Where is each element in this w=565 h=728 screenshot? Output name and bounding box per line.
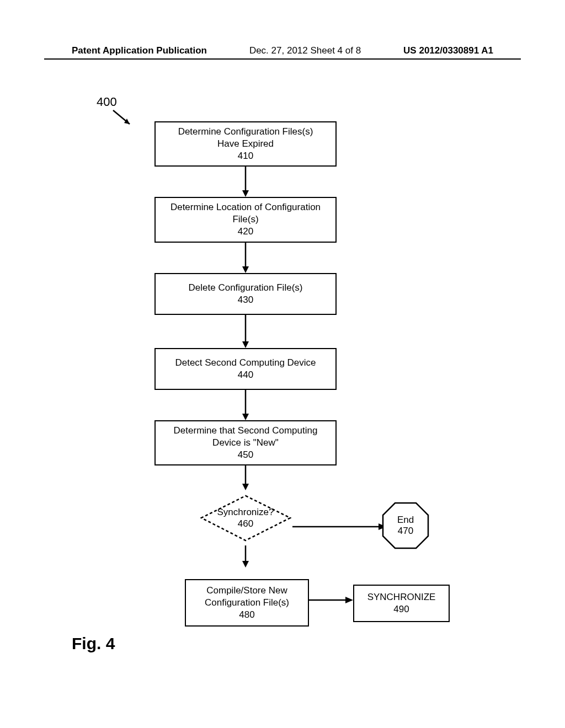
decision-460: Synchronize? 460: [154, 490, 337, 545]
box-480-num: 480: [189, 609, 305, 621]
box-430-num: 430: [160, 294, 331, 306]
svg-marker-9: [242, 414, 249, 420]
arrow-460-470: [292, 521, 386, 534]
box-490-num: 490: [358, 603, 445, 615]
terminator-end: End 470: [381, 501, 430, 550]
header-date-sheet: Dec. 27, 2012 Sheet 4 of 8: [249, 45, 361, 56]
box-450-line1: Determine that Second Computing: [160, 425, 331, 437]
arrow-430-440: [154, 315, 337, 348]
header-pub-number: US 2012/0330891 A1: [403, 45, 493, 56]
box-440-line1: Detect Second Computing Device: [160, 357, 331, 369]
header-rule: [44, 58, 521, 60]
decision-460-text: Synchronize?: [207, 507, 284, 518]
pointer-arrow: [110, 108, 138, 137]
box-410-line1: Determine Configuration Files(s): [160, 126, 331, 138]
box-410-num: 410: [160, 150, 331, 162]
arrow-420-430: [154, 243, 337, 273]
svg-marker-3: [242, 190, 249, 197]
arrow-410-420: [154, 167, 337, 197]
svg-marker-14: [242, 561, 249, 568]
svg-marker-5: [242, 266, 249, 273]
box-450-line2: Device is "New": [160, 437, 331, 449]
arrow-440-450: [154, 390, 337, 420]
box-480-line2: Configuration File(s): [189, 597, 305, 609]
box-410: Determine Configuration Files(s) Have Ex…: [154, 121, 337, 167]
svg-marker-19: [345, 597, 353, 603]
svg-marker-11: [242, 484, 249, 490]
box-440-num: 440: [160, 369, 331, 381]
arrow-460-480: [154, 545, 337, 568]
box-490-line1: SYNCHRONIZE: [358, 591, 445, 603]
box-490: SYNCHRONIZE 490: [353, 585, 450, 622]
box-420: Determine Location of Configuration File…: [154, 197, 337, 242]
box-430: Delete Configuration File(s) 430: [154, 273, 337, 315]
arrow-450-460: [154, 465, 337, 490]
flowchart: Determine Configuration Files(s) Have Ex…: [154, 121, 337, 568]
box-430-line1: Delete Configuration File(s): [160, 282, 331, 294]
end-text: End: [397, 515, 414, 526]
box-410-line2: Have Expired: [160, 138, 331, 150]
box-420-line1: Determine Location of Configuration: [160, 201, 331, 213]
box-420-num: 420: [160, 226, 331, 238]
box-450-num: 450: [160, 449, 331, 461]
box-480-line1: Compile/Store New: [189, 585, 305, 597]
box-440: Detect Second Computing Device 440: [154, 348, 337, 390]
svg-marker-7: [242, 341, 249, 348]
decision-460-num: 460: [207, 518, 284, 529]
header-publication: Patent Application Publication: [72, 45, 207, 56]
arrow-480-490: [309, 595, 353, 608]
box-480: Compile/Store New Configuration File(s) …: [185, 579, 309, 627]
end-num: 470: [397, 526, 414, 537]
box-450: Determine that Second Computing Device i…: [154, 420, 337, 465]
figure-label: Fig. 4: [72, 634, 115, 653]
box-420-line2: File(s): [160, 213, 331, 226]
